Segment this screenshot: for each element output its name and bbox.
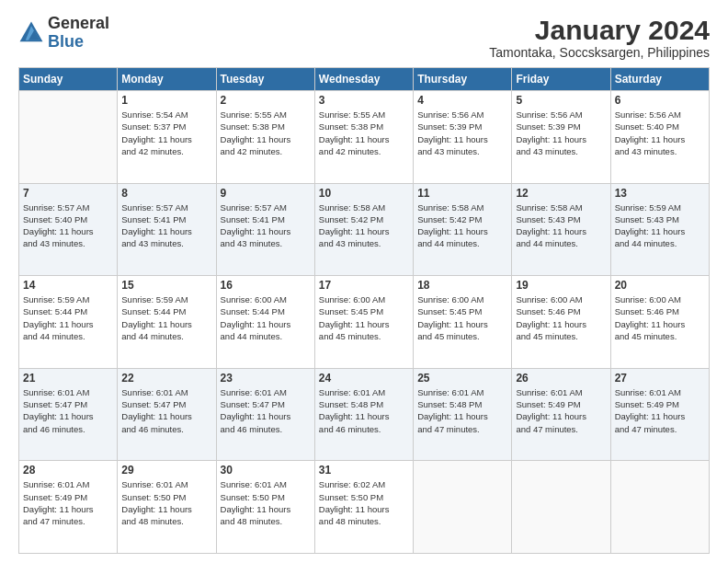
- col-header-thursday: Thursday: [414, 68, 512, 91]
- day-info: Sunrise: 5:56 AM Sunset: 5:40 PM Dayligh…: [615, 109, 705, 157]
- day-info: Sunrise: 5:59 AM Sunset: 5:44 PM Dayligh…: [23, 293, 113, 342]
- calendar-day-cell: [19, 91, 118, 184]
- day-info: Sunrise: 6:00 AM Sunset: 5:45 PM Dayligh…: [319, 293, 409, 342]
- day-number: 30: [221, 464, 311, 477]
- day-number: 5: [516, 94, 606, 107]
- day-info: Sunrise: 6:00 AM Sunset: 5:44 PM Dayligh…: [221, 293, 311, 342]
- page-subtitle: Tamontaka, Soccsksargen, Philippines: [489, 45, 710, 60]
- col-header-monday: Monday: [118, 68, 216, 91]
- day-number: 16: [221, 279, 311, 292]
- calendar-day-cell: 1Sunrise: 5:54 AM Sunset: 5:37 PM Daylig…: [118, 91, 216, 184]
- calendar-day-cell: 22Sunrise: 6:01 AM Sunset: 5:47 PM Dayli…: [118, 368, 216, 461]
- day-info: Sunrise: 5:58 AM Sunset: 5:42 PM Dayligh…: [319, 201, 409, 250]
- calendar-day-cell: 25Sunrise: 6:01 AM Sunset: 5:48 PM Dayli…: [414, 368, 512, 461]
- day-number: 24: [319, 372, 409, 385]
- day-number: 17: [319, 279, 409, 292]
- day-info: Sunrise: 6:01 AM Sunset: 5:50 PM Dayligh…: [121, 478, 211, 527]
- day-info: Sunrise: 5:55 AM Sunset: 5:38 PM Dayligh…: [221, 109, 311, 157]
- calendar-week-row: 1Sunrise: 5:54 AM Sunset: 5:37 PM Daylig…: [19, 91, 710, 184]
- day-number: 20: [615, 279, 705, 292]
- calendar-day-cell: 7Sunrise: 5:57 AM Sunset: 5:40 PM Daylig…: [19, 183, 118, 276]
- day-info: Sunrise: 5:58 AM Sunset: 5:42 PM Dayligh…: [417, 201, 507, 250]
- calendar-header-row: SundayMondayTuesdayWednesdayThursdayFrid…: [19, 68, 710, 91]
- header: General Blue January 2024 Tamontaka, Soc…: [18, 15, 710, 60]
- col-header-sunday: Sunday: [19, 68, 118, 91]
- day-info: Sunrise: 5:54 AM Sunset: 5:37 PM Dayligh…: [121, 109, 211, 157]
- day-info: Sunrise: 6:00 AM Sunset: 5:45 PM Dayligh…: [417, 293, 507, 342]
- calendar-day-cell: 29Sunrise: 6:01 AM Sunset: 5:50 PM Dayli…: [118, 461, 216, 554]
- logo: General Blue: [18, 15, 109, 52]
- calendar-day-cell: [414, 461, 512, 554]
- day-number: 6: [615, 94, 705, 107]
- calendar-day-cell: 27Sunrise: 6:01 AM Sunset: 5:49 PM Dayli…: [610, 368, 709, 461]
- day-number: 18: [417, 279, 507, 292]
- calendar-day-cell: 18Sunrise: 6:00 AM Sunset: 5:45 PM Dayli…: [414, 276, 512, 369]
- day-number: 15: [121, 279, 211, 292]
- calendar-day-cell: 19Sunrise: 6:00 AM Sunset: 5:46 PM Dayli…: [512, 276, 610, 369]
- day-number: 1: [121, 94, 211, 107]
- day-info: Sunrise: 6:01 AM Sunset: 5:47 PM Dayligh…: [121, 386, 211, 435]
- day-number: 7: [23, 187, 113, 200]
- calendar-day-cell: 23Sunrise: 6:01 AM Sunset: 5:47 PM Dayli…: [216, 368, 314, 461]
- day-number: 14: [23, 279, 113, 292]
- logo-text-general: General: [48, 15, 109, 33]
- logo-icon: [18, 20, 44, 46]
- day-number: 12: [516, 187, 606, 200]
- col-header-friday: Friday: [512, 68, 610, 91]
- calendar-table: SundayMondayTuesdayWednesdayThursdayFrid…: [18, 67, 710, 554]
- calendar-day-cell: 2Sunrise: 5:55 AM Sunset: 5:38 PM Daylig…: [216, 91, 314, 184]
- day-info: Sunrise: 6:01 AM Sunset: 5:48 PM Dayligh…: [319, 386, 409, 435]
- day-number: 8: [121, 187, 211, 200]
- day-info: Sunrise: 5:57 AM Sunset: 5:41 PM Dayligh…: [221, 201, 311, 250]
- day-info: Sunrise: 6:01 AM Sunset: 5:48 PM Dayligh…: [417, 386, 507, 435]
- day-number: 26: [516, 372, 606, 385]
- day-number: 28: [23, 464, 113, 477]
- calendar-day-cell: 11Sunrise: 5:58 AM Sunset: 5:42 PM Dayli…: [414, 183, 512, 276]
- calendar-week-row: 14Sunrise: 5:59 AM Sunset: 5:44 PM Dayli…: [19, 276, 710, 369]
- calendar-week-row: 28Sunrise: 6:01 AM Sunset: 5:49 PM Dayli…: [19, 461, 710, 554]
- day-info: Sunrise: 6:01 AM Sunset: 5:50 PM Dayligh…: [221, 478, 311, 527]
- calendar-day-cell: 28Sunrise: 6:01 AM Sunset: 5:49 PM Dayli…: [19, 461, 118, 554]
- calendar-day-cell: 6Sunrise: 5:56 AM Sunset: 5:40 PM Daylig…: [610, 91, 709, 184]
- day-number: 2: [221, 94, 311, 107]
- day-number: 3: [319, 94, 409, 107]
- calendar-day-cell: 13Sunrise: 5:59 AM Sunset: 5:43 PM Dayli…: [610, 183, 709, 276]
- day-number: 23: [221, 372, 311, 385]
- calendar-day-cell: 14Sunrise: 5:59 AM Sunset: 5:44 PM Dayli…: [19, 276, 118, 369]
- day-info: Sunrise: 6:01 AM Sunset: 5:47 PM Dayligh…: [23, 386, 113, 435]
- col-header-wednesday: Wednesday: [314, 68, 413, 91]
- day-info: Sunrise: 5:58 AM Sunset: 5:43 PM Dayligh…: [516, 201, 606, 250]
- title-area: January 2024 Tamontaka, Soccsksargen, Ph…: [489, 15, 710, 60]
- calendar-day-cell: 21Sunrise: 6:01 AM Sunset: 5:47 PM Dayli…: [19, 368, 118, 461]
- calendar-day-cell: 5Sunrise: 5:56 AM Sunset: 5:39 PM Daylig…: [512, 91, 610, 184]
- day-info: Sunrise: 6:01 AM Sunset: 5:49 PM Dayligh…: [516, 386, 606, 435]
- day-info: Sunrise: 6:01 AM Sunset: 5:49 PM Dayligh…: [23, 478, 113, 527]
- calendar-day-cell: [610, 461, 709, 554]
- day-number: 11: [417, 187, 507, 200]
- calendar-day-cell: 30Sunrise: 6:01 AM Sunset: 5:50 PM Dayli…: [216, 461, 314, 554]
- day-number: 10: [319, 187, 409, 200]
- logo-text-blue: Blue: [48, 33, 109, 52]
- day-number: 21: [23, 372, 113, 385]
- calendar-week-row: 21Sunrise: 6:01 AM Sunset: 5:47 PM Dayli…: [19, 368, 710, 461]
- calendar-day-cell: 31Sunrise: 6:02 AM Sunset: 5:50 PM Dayli…: [314, 461, 413, 554]
- day-info: Sunrise: 5:57 AM Sunset: 5:41 PM Dayligh…: [121, 201, 211, 250]
- calendar-day-cell: 26Sunrise: 6:01 AM Sunset: 5:49 PM Dayli…: [512, 368, 610, 461]
- calendar-day-cell: [512, 461, 610, 554]
- day-info: Sunrise: 6:01 AM Sunset: 5:47 PM Dayligh…: [221, 386, 311, 435]
- day-number: 4: [417, 94, 507, 107]
- day-info: Sunrise: 5:55 AM Sunset: 5:38 PM Dayligh…: [319, 109, 409, 157]
- day-number: 29: [121, 464, 211, 477]
- day-number: 25: [417, 372, 507, 385]
- day-number: 9: [221, 187, 311, 200]
- day-number: 19: [516, 279, 606, 292]
- day-info: Sunrise: 5:56 AM Sunset: 5:39 PM Dayligh…: [417, 109, 507, 157]
- day-info: Sunrise: 5:57 AM Sunset: 5:40 PM Dayligh…: [23, 201, 113, 250]
- calendar-day-cell: 8Sunrise: 5:57 AM Sunset: 5:41 PM Daylig…: [118, 183, 216, 276]
- day-info: Sunrise: 6:00 AM Sunset: 5:46 PM Dayligh…: [615, 293, 705, 342]
- calendar-day-cell: 15Sunrise: 5:59 AM Sunset: 5:44 PM Dayli…: [118, 276, 216, 369]
- day-info: Sunrise: 6:00 AM Sunset: 5:46 PM Dayligh…: [516, 293, 606, 342]
- day-number: 27: [615, 372, 705, 385]
- page: General Blue January 2024 Tamontaka, Soc…: [0, 0, 728, 563]
- calendar-day-cell: 3Sunrise: 5:55 AM Sunset: 5:38 PM Daylig…: [314, 91, 413, 184]
